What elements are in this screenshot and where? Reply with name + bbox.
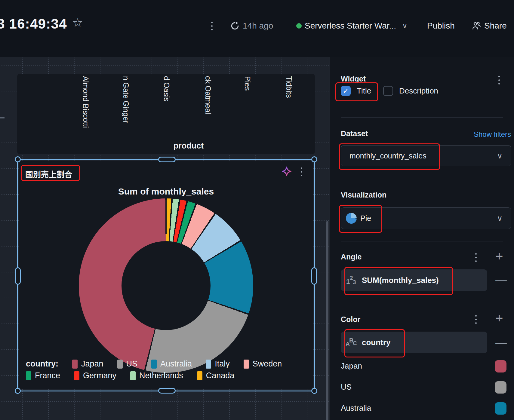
x-axis-tick-label: ck Oatmeal — [204, 76, 212, 114]
color-add-button[interactable]: + — [495, 311, 503, 325]
color-item-swatch[interactable] — [495, 381, 506, 394]
warehouse-selector[interactable]: Serverless Starter War... ∨ — [296, 21, 408, 31]
canvas-scrollbar[interactable] — [326, 221, 328, 420]
x-axis-title: product — [17, 141, 315, 151]
show-filters-link[interactable]: Show filters — [474, 130, 511, 139]
color-remove-button[interactable]: — — [495, 337, 507, 348]
resize-handle-nw[interactable] — [15, 156, 21, 162]
dashboard-canvas[interactable]: Almond Biscottin Gate Gingerd Oasisck Oa… — [0, 57, 330, 420]
resize-handle-n[interactable] — [158, 157, 176, 162]
resize-handle-ne[interactable] — [311, 156, 317, 162]
publish-label: Publish — [427, 21, 455, 31]
widget-selection-border — [17, 159, 315, 391]
widget-section-kebab[interactable] — [498, 76, 500, 84]
topbar-kebab-menu[interactable] — [211, 22, 213, 30]
dataset-section-heading: Dataset — [341, 129, 368, 138]
x-axis-tick-label: d Oasis — [162, 76, 171, 102]
x-axis-tick-label: n Gate Ginger — [122, 76, 130, 123]
resize-handle-e[interactable] — [311, 267, 317, 285]
annotation-box-visualization — [339, 205, 382, 233]
widget-config-panel: Widget ✓ Title Description Dataset Show … — [330, 57, 514, 420]
color-item-swatch[interactable] — [495, 360, 506, 372]
annotation-box-title-checkbox — [335, 82, 378, 101]
top-bar: 3 16:49:34 ☆ 14h ago Serverless Starter … — [0, 0, 514, 57]
section-divider — [341, 179, 503, 179]
section-divider — [341, 303, 503, 303]
description-checkbox-row: Description — [383, 86, 438, 96]
resize-handle-sw[interactable] — [15, 388, 21, 394]
section-divider — [341, 241, 503, 241]
chevron-down-icon: ∨ — [497, 151, 503, 161]
annotation-box-color — [344, 329, 405, 357]
resize-handle-se[interactable] — [311, 388, 317, 394]
description-checkbox[interactable] — [383, 86, 393, 96]
annotation-box-angle — [344, 267, 453, 295]
refresh-control[interactable]: 14h ago — [230, 21, 273, 31]
chevron-down-icon: ∨ — [497, 214, 503, 223]
visualization-section-heading: Visualization — [341, 191, 386, 199]
color-item-swatch[interactable] — [495, 402, 506, 415]
color-section-heading: Color — [341, 315, 360, 324]
angle-add-button[interactable]: + — [495, 250, 503, 263]
warehouse-status-icon — [296, 23, 302, 29]
share-label: Share — [484, 21, 507, 31]
x-axis-tick-label: Almond Biscotti — [81, 76, 90, 128]
color-section-kebab[interactable] — [475, 315, 477, 324]
refresh-label: 14h ago — [243, 21, 273, 31]
resize-handle-w[interactable] — [15, 267, 21, 285]
publish-button[interactable]: Publish — [427, 21, 455, 31]
description-checkbox-label: Description — [399, 86, 438, 96]
x-axis-tick-label: Tidbits — [285, 76, 293, 98]
resize-handle-s[interactable] — [158, 388, 176, 394]
canvas-edge-dash — [0, 117, 5, 118]
color-item-label: US — [341, 382, 352, 392]
widget-section-heading: Widget — [341, 75, 366, 83]
angle-section-heading: Angle — [341, 253, 362, 261]
x-axis-tick-label: Pies — [243, 76, 252, 91]
warehouse-name: Serverless Starter War... — [305, 21, 396, 31]
dashboard-timestamp: 3 16:49:34 — [0, 16, 67, 32]
app-window: 3 16:49:34 ☆ 14h ago Serverless Starter … — [0, 0, 514, 420]
color-item-label: Japan — [341, 361, 362, 371]
chevron-down-icon: ∨ — [402, 24, 408, 27]
annotation-box-dataset — [339, 143, 440, 170]
share-button[interactable]: Share — [471, 21, 507, 31]
bar-chart-widget[interactable]: Almond Biscottin Gate Gingerd Oasisck Oa… — [17, 74, 315, 154]
color-item-label: Australia — [341, 403, 371, 413]
share-people-icon — [471, 21, 481, 31]
section-divider — [341, 117, 503, 118]
angle-section-kebab[interactable] — [475, 253, 477, 262]
favorite-star-icon[interactable]: ☆ — [72, 16, 83, 29]
angle-remove-button[interactable]: — — [495, 274, 507, 286]
refresh-icon — [230, 21, 240, 31]
